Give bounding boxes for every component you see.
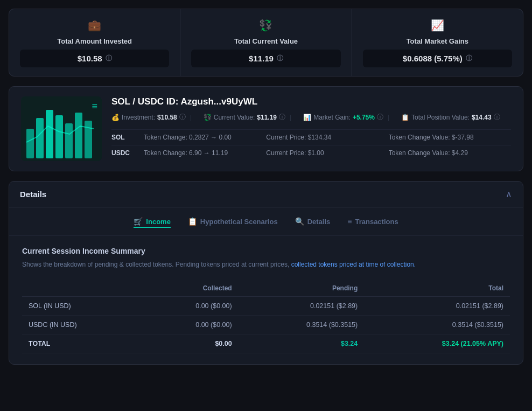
- sol-change-value: Token Change Value: $-37.98: [389, 134, 511, 141]
- current-value: $11.19: [249, 54, 274, 63]
- current-value-box: $11.19 ⓘ: [191, 50, 340, 67]
- hypothetical-tab-label: Hypothetical Scenarios: [200, 218, 278, 226]
- invested-icon: 💼: [88, 19, 101, 32]
- top-stats-bar: 💼 Total Amount Invested $10.58 ⓘ 💱 Total…: [9, 9, 523, 76]
- svg-rect-4: [55, 115, 63, 158]
- usdc-row-total: 0.3514 ($0.3515): [364, 316, 510, 335]
- sol-name: SOL: [111, 134, 144, 141]
- tab-details[interactable]: 🔍 Details: [295, 215, 331, 228]
- meta-market-gain: 📊 Market Gain: +5.75% ⓘ |: [303, 113, 391, 122]
- token-row-usdc: USDC Token Change: 6.90 → 11.19 Current …: [111, 145, 511, 161]
- total-row-pending: $3.24: [239, 335, 365, 353]
- income-tab-icon: 🛒: [134, 217, 143, 226]
- hypothetical-tab-icon: 📋: [188, 217, 197, 226]
- sol-token-change: Token Change: 0.2827 → 0.00: [144, 134, 266, 141]
- mg-meta-label: Market Gain:: [313, 114, 351, 121]
- svg-rect-6: [75, 113, 82, 158]
- usdc-change-value: Token Change Value: $4.29: [389, 149, 511, 157]
- table-total-row: TOTAL $0.00 $3.24 $3.24 (21.05% APY): [22, 335, 510, 353]
- details-header: Details ∧: [9, 182, 523, 207]
- tab-transactions[interactable]: ≡ Transactions: [347, 215, 398, 228]
- cv-meta-icon: 💱: [204, 114, 212, 121]
- invested-value-box: $10.58 ⓘ: [20, 50, 169, 67]
- usdc-token-change: Token Change: 6.90 → 11.19: [144, 149, 266, 157]
- stat-card-market-gains: 📈 Total Market Gains $0.6088 (5.75%) ⓘ: [352, 9, 523, 76]
- investment-meta-label: Investment:: [122, 114, 155, 121]
- mg-meta-icon: 📊: [303, 114, 311, 121]
- meta-position-value: 📋 Total Position Value: $14.43 ⓘ: [401, 113, 500, 122]
- mg-meta-value: +5.75%: [353, 114, 375, 121]
- details-title: Details: [20, 190, 46, 199]
- tab-hypothetical[interactable]: 📋 Hypothetical Scenarios: [188, 215, 278, 228]
- usdc-row-pending: 0.3514 ($0.3515): [239, 316, 365, 335]
- svg-rect-5: [65, 123, 73, 158]
- sol-row-label: SOL (IN USD): [22, 297, 142, 316]
- svg-rect-3: [46, 110, 53, 158]
- cv-meta-label: Current Value:: [214, 114, 255, 121]
- meta-investment: 💰 Investment: $10.58 ⓘ |: [111, 113, 194, 122]
- sol-row-collected: 0.00 ($0.00): [142, 297, 239, 316]
- investment-meta-info[interactable]: ⓘ: [179, 113, 186, 122]
- position-card: ≡ SOL / USDC ID: Azgush...v9UyWL 💰 Inves…: [9, 86, 523, 171]
- position-info: SOL / USDC ID: Azgush...v9UyWL 💰 Investm…: [111, 96, 511, 161]
- usdc-name: USDC: [111, 149, 144, 157]
- collapse-button[interactable]: ∧: [506, 189, 512, 199]
- investment-meta-value: $10.58: [157, 114, 177, 121]
- transactions-tab-label: Transactions: [355, 218, 398, 226]
- sol-current-price: Current Price: $134.34: [266, 134, 388, 141]
- tabs-row: 🛒 Income 📋 Hypothetical Scenarios 🔍 Deta…: [9, 207, 523, 236]
- token-row-sol: SOL Token Change: 0.2827 → 0.00 Current …: [111, 129, 511, 145]
- invested-value: $10.58: [78, 54, 102, 63]
- svg-rect-2: [36, 118, 44, 158]
- details-section: Details ∧ 🛒 Income 📋 Hypothetical Scenar…: [9, 181, 523, 365]
- pv-meta-info[interactable]: ⓘ: [494, 113, 500, 122]
- desc-highlight: collected tokens priced at time of colle…: [291, 261, 416, 268]
- details-tab-label: Details: [307, 218, 331, 226]
- market-gains-info-icon[interactable]: ⓘ: [466, 54, 472, 63]
- total-row-collected: $0.00: [142, 335, 239, 353]
- usdc-row-label: USDC (IN USD): [22, 316, 142, 335]
- market-gains-label: Total Market Gains: [407, 37, 468, 45]
- usdc-current-price: Current Price: $1.00: [266, 149, 388, 157]
- current-value-icon: 💱: [259, 19, 272, 32]
- details-tab-icon: 🔍: [295, 217, 304, 226]
- svg-rect-1: [26, 129, 34, 158]
- invested-label: Total Amount Invested: [57, 37, 132, 45]
- cv-meta-info[interactable]: ⓘ: [279, 113, 285, 122]
- svg-rect-7: [85, 121, 92, 158]
- chart-icon-badge: ≡: [92, 101, 97, 112]
- total-row-total: $3.24 (21.05% APY): [364, 335, 510, 353]
- stat-card-current-value: 💱 Total Current Value $11.19 ⓘ: [180, 9, 352, 76]
- mg-meta-info[interactable]: ⓘ: [377, 113, 383, 122]
- income-table-title: Current Session Income Summary: [22, 247, 510, 255]
- income-table-desc: Shows the breakdown of pending & collect…: [22, 260, 510, 269]
- usdc-row-collected: 0.00 ($0.00): [142, 316, 239, 335]
- col-header-item: [22, 280, 142, 297]
- market-gains-value: $0.6088 (5.75%): [403, 54, 463, 63]
- position-title: SOL / USDC ID: Azgush...v9UyWL: [111, 96, 511, 107]
- market-gains-icon: 📈: [431, 19, 444, 32]
- table-row: USDC (IN USD) 0.00 ($0.00) 0.3514 ($0.35…: [22, 316, 510, 335]
- col-header-collected: Collected: [142, 280, 239, 297]
- pv-meta-icon: 📋: [401, 114, 409, 121]
- pv-meta-value: $14.43: [472, 114, 492, 121]
- chart-thumbnail: ≡: [21, 96, 102, 161]
- transactions-tab-icon: ≡: [347, 217, 352, 226]
- income-table-section: Current Session Income Summary Shows the…: [9, 236, 523, 364]
- invested-info-icon[interactable]: ⓘ: [106, 54, 112, 63]
- total-row-label: TOTAL: [22, 335, 142, 353]
- sol-row-total: 0.02151 ($2.89): [364, 297, 510, 316]
- sol-row-pending: 0.02151 ($2.89): [239, 297, 365, 316]
- current-value-label: Total Current Value: [234, 37, 298, 45]
- tab-income[interactable]: 🛒 Income: [134, 215, 171, 228]
- market-gains-box: $0.6088 (5.75%) ⓘ: [363, 50, 512, 67]
- table-row: SOL (IN USD) 0.00 ($0.00) 0.02151 ($2.89…: [22, 297, 510, 316]
- table-header-row: Collected Pending Total: [22, 280, 510, 297]
- income-tab-label: Income: [146, 218, 171, 226]
- col-header-total: Total: [364, 280, 510, 297]
- cv-meta-value: $11.19: [257, 114, 277, 121]
- token-rows: SOL Token Change: 0.2827 → 0.00 Current …: [111, 129, 511, 161]
- meta-current-value: 💱 Current Value: $11.19 ⓘ |: [204, 113, 293, 122]
- position-meta: 💰 Investment: $10.58 ⓘ | 💱 Current Value…: [111, 113, 511, 122]
- current-value-info-icon[interactable]: ⓘ: [277, 54, 283, 63]
